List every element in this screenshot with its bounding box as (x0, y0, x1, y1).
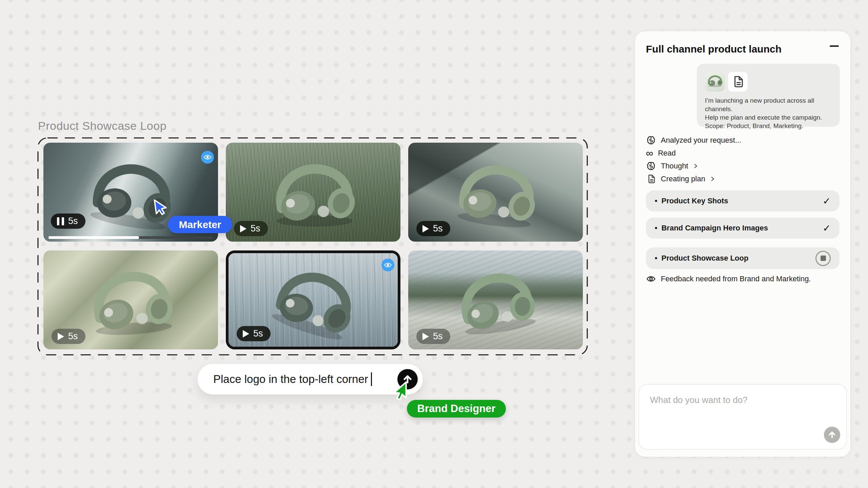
play-duration-pill[interactable]: 5s (52, 329, 85, 344)
composer[interactable] (638, 384, 847, 450)
play-icon (422, 333, 429, 340)
group-title: Product Showcase Loop (38, 119, 166, 133)
duration-label: 5s (433, 331, 443, 342)
brand-designer-cursor-label: Brand Designer (407, 400, 506, 418)
brain-icon (646, 161, 656, 171)
headphones-illustration (78, 265, 184, 342)
duration-label: 5s (433, 223, 443, 234)
play-duration-pill[interactable]: 5s (416, 329, 450, 344)
composer-send-button[interactable] (824, 427, 840, 443)
task-product-showcase-loop[interactable]: •Product Showcase Loop (646, 247, 840, 269)
play-icon (58, 333, 64, 340)
video-tile-satin[interactable]: 5s (43, 250, 218, 349)
brand-designer-cursor-icon (391, 381, 410, 402)
minimize-button[interactable] (827, 39, 842, 54)
pause-duration-pill[interactable]: 5s (51, 214, 85, 229)
play-icon (240, 225, 246, 232)
assistant-panel: Full channel product launch I’m launchin… (635, 31, 850, 457)
bullet: • (655, 224, 657, 232)
task-brand-campaign-hero-images[interactable]: •Brand Campaign Hero Images ✓ (646, 218, 840, 239)
text-caret (371, 372, 372, 386)
plan-icon (646, 174, 656, 184)
duration-label: 5s (68, 331, 78, 342)
headphones-illustration (262, 161, 364, 231)
pause-icon (57, 217, 64, 225)
play-duration-pill[interactable]: 5s (416, 221, 450, 236)
activity-row-creating-plan[interactable]: Creating plan (646, 173, 715, 185)
video-tile-concrete[interactable]: 5s (408, 143, 583, 242)
activity-row-read: ∞ Read (646, 147, 676, 159)
activity-row-thought[interactable]: Thought (646, 160, 698, 172)
play-duration-pill[interactable]: 5s (237, 326, 271, 341)
headphones-attachment-thumbnail[interactable] (705, 72, 725, 92)
feedback-note-row: Feedback needed from Brand and Marketing… (646, 274, 811, 283)
check-icon: ✓ (823, 223, 831, 234)
eye-icon (646, 274, 656, 283)
task-product-key-shots[interactable]: •Product Key Shots ✓ (646, 190, 840, 211)
video-tile-rain-glass[interactable]: 5s (226, 250, 400, 349)
video-tile-driftwood[interactable]: 5s (408, 250, 583, 349)
infinity-icon: ∞ (646, 149, 653, 157)
bullet: • (655, 197, 657, 205)
activity-row-analyzed: Analyzed your request... (646, 135, 741, 146)
play-icon (243, 330, 249, 338)
duration-label: 5s (253, 328, 263, 339)
duration-label: 5s (68, 216, 78, 226)
prompt-text[interactable]: Place logo in the top-left corner (213, 373, 368, 386)
play-icon (422, 225, 429, 232)
prompt-bubble[interactable]: Place logo in the top-left corner (198, 364, 423, 394)
eye-badge[interactable] (381, 259, 394, 271)
brain-icon (646, 135, 656, 145)
marketer-cursor-icon (152, 198, 169, 217)
video-tile-grass[interactable]: 5s (226, 143, 400, 242)
composer-input[interactable] (649, 394, 824, 436)
stop-icon (821, 256, 826, 261)
play-duration-pill[interactable]: 5s (234, 221, 268, 236)
chevron-right-icon[interactable] (693, 163, 698, 169)
canvas[interactable]: Product Showcase Loop 5s 5s 5s (0, 0, 868, 488)
playback-progress-bar[interactable] (48, 236, 213, 239)
marketer-cursor-label: Marketer (168, 216, 232, 233)
document-attachment-icon[interactable] (728, 72, 748, 92)
chevron-right-icon[interactable] (710, 176, 715, 182)
user-request-card: I’m launching a new product across all c… (697, 64, 840, 127)
duration-label: 5s (251, 223, 260, 234)
check-icon: ✓ (823, 196, 831, 207)
panel-title: Full channel product launch (646, 43, 782, 55)
request-text: I’m launching a new product across all c… (705, 96, 840, 130)
eye-badge[interactable] (201, 151, 214, 164)
stop-generation-button[interactable] (815, 251, 831, 266)
headphones-illustration (442, 157, 548, 236)
bullet: • (655, 254, 657, 263)
minus-icon (830, 45, 839, 47)
arrow-up-icon (827, 430, 837, 440)
